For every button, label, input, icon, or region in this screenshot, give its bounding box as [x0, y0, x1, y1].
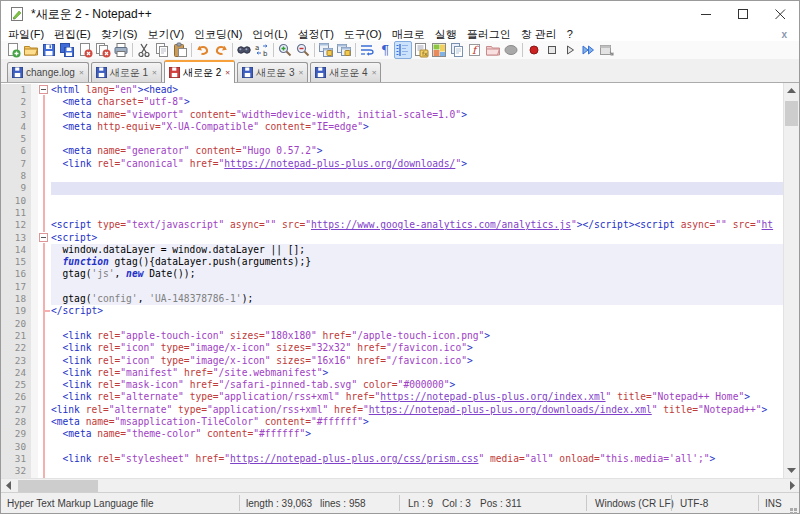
tab-새로운-3[interactable]: 새로운 3✕ [237, 62, 308, 82]
monitoring-icon[interactable] [502, 41, 520, 59]
fold-margin[interactable] [38, 96, 51, 108]
code-text[interactable]: <link rel="manifest" href="/site.webmani… [51, 367, 783, 379]
macro-play-icon[interactable] [561, 41, 579, 59]
bookmark-margin[interactable] [31, 96, 38, 108]
fold-margin[interactable] [38, 182, 51, 194]
code-text[interactable]: <meta name="viewport" content="width=dev… [51, 109, 783, 121]
code-text[interactable]: <link rel="stylesheet" href="https://not… [51, 453, 783, 465]
close-all-docs-icon[interactable] [94, 41, 112, 59]
close-button[interactable] [762, 1, 799, 27]
code-text[interactable] [51, 441, 783, 453]
find-icon[interactable] [235, 41, 253, 59]
bookmark-margin[interactable] [31, 441, 38, 453]
bookmark-margin[interactable] [31, 109, 38, 121]
macro-record-icon[interactable] [525, 41, 543, 59]
sync-vertical-icon[interactable] [317, 41, 335, 59]
tab-close-icon[interactable]: ✕ [372, 68, 377, 77]
code-text[interactable]: <link rel="apple-touch-icon" sizes="180x… [51, 330, 783, 342]
fold-margin[interactable] [38, 391, 51, 403]
fold-margin[interactable] [38, 121, 51, 133]
fold-margin[interactable] [38, 465, 51, 477]
code-text[interactable]: <link rel="canonical" href="https://note… [51, 158, 783, 170]
vertical-scroll-thumb[interactable] [785, 101, 798, 126]
function-list-icon[interactable]: fx [412, 41, 430, 59]
bookmark-margin[interactable] [31, 268, 38, 280]
resize-grip[interactable] [794, 508, 797, 511]
paste-icon[interactable] [171, 41, 189, 59]
fold-margin[interactable] [38, 109, 51, 121]
fold-margin[interactable] [38, 244, 51, 256]
fold-margin[interactable] [38, 342, 51, 354]
bookmark-margin[interactable] [31, 318, 38, 330]
bookmark-margin[interactable] [31, 232, 38, 244]
bookmark-margin[interactable] [31, 256, 38, 268]
bookmark-margin[interactable] [31, 281, 38, 293]
status-encoding[interactable]: UTF-8 [671, 495, 758, 511]
open-folder-icon[interactable] [22, 41, 40, 59]
menu-item-11[interactable]: 창 관리 [516, 27, 562, 42]
scroll-right-icon[interactable] [785, 479, 799, 493]
show-symbols-icon[interactable]: ¶ [376, 41, 394, 59]
horizontal-scrollbar[interactable] [1, 478, 799, 492]
bookmark-margin[interactable] [31, 207, 38, 219]
folder-as-workspace-icon[interactable] [484, 41, 502, 59]
fold-margin[interactable] [38, 441, 51, 453]
fold-margin[interactable] [38, 145, 51, 157]
code-text[interactable] [51, 182, 783, 194]
scroll-up-icon[interactable] [784, 83, 799, 98]
bookmark-margin[interactable] [31, 416, 38, 428]
menu-item-12[interactable]: ? [562, 28, 578, 40]
code-text[interactable]: <script> [51, 232, 783, 244]
code-text[interactable]: <link rel="alternate" type="application/… [51, 391, 783, 403]
code-text[interactable] [51, 207, 783, 219]
tab-새로운-4[interactable]: 새로운 4✕ [310, 62, 381, 82]
menu-item-9[interactable]: 실행 [430, 27, 462, 42]
fold-margin[interactable] [38, 133, 51, 145]
bookmark-margin[interactable] [31, 244, 38, 256]
bookmark-margin[interactable] [31, 355, 38, 367]
vertical-scrollbar[interactable] [783, 83, 799, 478]
fold-margin[interactable] [38, 404, 51, 416]
fold-margin[interactable] [38, 355, 51, 367]
menu-item-2[interactable]: 찾기(S) [96, 27, 143, 42]
fold-margin[interactable] [38, 379, 51, 391]
menu-item-4[interactable]: 인코딩(N) [189, 27, 247, 42]
fold-margin[interactable] [38, 293, 51, 305]
code-text[interactable]: <meta name="generator" content="Hugo 0.5… [51, 145, 783, 157]
bookmark-margin[interactable] [31, 391, 38, 403]
code-text[interactable]: <meta charset="utf-8"> [51, 96, 783, 108]
code-text[interactable]: </script> [51, 305, 783, 317]
bookmark-margin[interactable] [31, 342, 38, 354]
fold-margin[interactable] [38, 84, 51, 96]
bookmark-margin[interactable] [31, 219, 38, 231]
code-text[interactable] [51, 318, 783, 330]
horizontal-scroll-thumb[interactable] [18, 480, 98, 492]
macro-run-multi-icon[interactable] [579, 41, 597, 59]
bookmark-margin[interactable] [31, 133, 38, 145]
fold-margin[interactable] [38, 305, 51, 317]
save-icon[interactable] [40, 41, 58, 59]
bookmark-margin[interactable] [31, 195, 38, 207]
scroll-down-icon[interactable] [784, 463, 799, 478]
function-completion-icon[interactable]: f [466, 41, 484, 59]
fold-collapse-icon[interactable] [39, 233, 48, 242]
fold-collapse-icon[interactable] [39, 85, 48, 94]
code-text[interactable] [51, 195, 783, 207]
bookmark-margin[interactable] [31, 428, 38, 440]
bookmark-margin[interactable] [31, 404, 38, 416]
bookmark-margin[interactable] [31, 84, 38, 96]
fold-margin[interactable] [38, 195, 51, 207]
fold-margin[interactable] [38, 281, 51, 293]
fold-margin[interactable] [38, 330, 51, 342]
menu-item-8[interactable]: 매크로 [387, 27, 430, 42]
zoom-out-icon[interactable] [294, 41, 312, 59]
zoom-in-icon[interactable] [276, 41, 294, 59]
code-text[interactable] [51, 465, 783, 477]
bookmark-margin[interactable] [31, 145, 38, 157]
scroll-left-icon[interactable] [1, 479, 15, 493]
code-text[interactable]: function gtag(){dataLayer.push(arguments… [51, 256, 783, 268]
code-text[interactable]: window.dataLayer = window.dataLayer || [… [51, 244, 783, 256]
fold-margin[interactable] [38, 367, 51, 379]
code-text[interactable]: <html lang="en"><head> [51, 84, 783, 96]
indent-guide-icon[interactable] [394, 41, 412, 59]
